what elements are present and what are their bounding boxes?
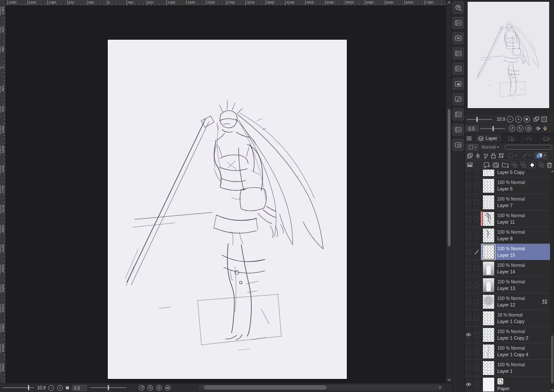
toggle-slot[interactable]	[466, 216, 471, 221]
toggle-slot[interactable]	[466, 266, 471, 271]
transfer-to-lower-icon[interactable]	[511, 162, 518, 168]
delete-layer-icon[interactable]	[547, 162, 552, 168]
toggle-slot[interactable]	[474, 365, 479, 370]
edit-indicator-cell[interactable]	[472, 177, 481, 194]
scroll-right-icon[interactable]	[439, 386, 441, 389]
canvas-vertical-scrollbar[interactable]	[446, 0, 452, 383]
reference-layer-icon[interactable]	[475, 153, 481, 159]
toggle-slot[interactable]	[474, 382, 479, 387]
edit-indicator-cell[interactable]	[472, 211, 481, 227]
fit-window-icon[interactable]	[541, 116, 547, 122]
edit-indicator-cell[interactable]	[472, 277, 481, 293]
toggle-slot[interactable]	[474, 200, 479, 205]
layer-row-main[interactable]: 100 % NormalLayer 15	[481, 244, 554, 260]
toggle-slot[interactable]	[474, 183, 479, 188]
layer-color-dropdown[interactable]: ▾	[534, 152, 547, 159]
scroll-down-icon[interactable]	[447, 378, 451, 381]
toggle-slot[interactable]	[466, 249, 471, 254]
toggle-slot[interactable]	[466, 283, 471, 287]
ruler-dropdown[interactable]: ▾	[520, 152, 532, 159]
layer-row-main[interactable]: 100 % NormalLayer 1 Copy 2	[481, 327, 554, 343]
rotate-ccw-icon[interactable]: ↺	[139, 385, 144, 391]
layer-row[interactable]: 100 % NormalLayer 1 Copy 2	[465, 327, 554, 343]
toggle-slot[interactable]	[474, 216, 479, 221]
eye-icon[interactable]	[465, 382, 472, 386]
visibility-cell[interactable]	[465, 327, 472, 343]
layer-thumbnail[interactable]	[483, 170, 494, 176]
layer-thumbnail[interactable]	[483, 278, 494, 292]
grid-panel-icon[interactable]	[452, 124, 464, 136]
visibility-cell[interactable]	[465, 293, 472, 310]
layer-row-main[interactable]: 100 % NormalLayer 5 Copy	[481, 170, 554, 177]
zoom-out-icon[interactable]: −	[48, 385, 54, 391]
merge-with-lower-icon[interactable]	[520, 162, 527, 168]
layer-row-main[interactable]: 100 % NormalLayer 14	[481, 260, 554, 276]
tab-layer-property[interactable]	[520, 135, 537, 143]
edit-indicator-cell[interactable]	[472, 293, 481, 310]
tab-animation[interactable]	[538, 135, 554, 143]
rotation-slider[interactable]	[90, 385, 127, 390]
layer-thumbnail[interactable]	[483, 195, 494, 209]
hscroll-thumb[interactable]	[204, 385, 327, 390]
edit-panel-icon[interactable]	[452, 93, 464, 105]
edit-indicator-cell[interactable]	[472, 360, 481, 376]
reset-rotation-icon[interactable]	[156, 385, 162, 391]
layer-thumbnail[interactable]	[483, 212, 494, 226]
layer-row[interactable]: 100 % NormalLayer 5 Copy	[465, 170, 554, 177]
layer-list-scrollbar[interactable]	[550, 170, 554, 392]
scroll-up-icon[interactable]	[447, 1, 451, 4]
flip-vertical-icon[interactable]	[543, 126, 547, 131]
rotate-ccw-icon[interactable]: ↺	[509, 125, 515, 132]
toggle-slot[interactable]	[474, 266, 479, 271]
toggle-slot[interactable]	[466, 200, 471, 205]
grid-panel-icon[interactable]	[452, 48, 464, 59]
magnifier-panel-icon[interactable]	[452, 2, 464, 14]
toggle-slot[interactable]	[474, 283, 479, 287]
toggle-slot[interactable]	[466, 170, 471, 171]
draft-layer-icon[interactable]	[483, 153, 489, 159]
toggle-slot[interactable]	[466, 349, 471, 354]
toggle-slot[interactable]	[474, 349, 479, 354]
eye-icon[interactable]	[465, 333, 472, 337]
layer-row[interactable]: 100 % NormalLayer 7	[465, 194, 554, 211]
edit-indicator-cell[interactable]	[472, 244, 481, 260]
layer-thumbnail[interactable]	[483, 344, 494, 358]
toggle-slot[interactable]	[466, 365, 471, 370]
selection-dropdown[interactable]: ▾	[506, 152, 518, 159]
layer-row[interactable]: 100 % NormalLayer 1	[465, 360, 554, 376]
scroll-up-icon[interactable]	[551, 170, 554, 173]
layer-row-main[interactable]: 18 % NormalLayer 1 Copy	[481, 310, 554, 326]
visibility-cell[interactable]	[465, 244, 472, 260]
fit-to-screen-icon[interactable]	[66, 386, 69, 389]
visibility-cell[interactable]	[465, 177, 472, 194]
toggle-slot[interactable]	[474, 170, 479, 171]
edit-indicator-cell[interactable]	[472, 310, 481, 326]
layer-row[interactable]: 100 % NormalLayer 5	[465, 177, 554, 194]
layer-row[interactable]: 100 % NormalLayer 8	[465, 227, 554, 244]
layer-row[interactable]: 100 % NormalLayer 15	[465, 244, 554, 260]
clip-at-layer-icon[interactable]	[467, 153, 473, 159]
toggle-slot[interactable]	[474, 299, 479, 304]
layer-row-main[interactable]: 100 % NormalLayer 13	[481, 277, 554, 293]
toggle-slot[interactable]	[466, 316, 471, 320]
toggle-slot[interactable]	[474, 233, 479, 238]
toggle-slot[interactable]	[466, 183, 471, 188]
grid-panel-icon[interactable]	[452, 63, 464, 75]
blend-mode-dropdown[interactable]: Normal▾	[480, 144, 500, 150]
grid-panel-icon[interactable]	[452, 17, 464, 29]
close-panel-icon[interactable]	[452, 32, 464, 44]
layer-row-main[interactable]: 100 % NormalLayer 5	[481, 177, 554, 194]
visibility-cell[interactable]	[465, 277, 472, 293]
toggle-slot[interactable]	[474, 332, 479, 337]
layer-thumbnail[interactable]	[483, 228, 494, 242]
visibility-cell[interactable]	[465, 170, 472, 177]
canvas-viewport[interactable]	[6, 6, 446, 383]
layer-row-main[interactable]: 100 % NormalLayer 12	[481, 293, 554, 310]
visibility-cell[interactable]	[465, 260, 472, 276]
zoom-out-icon[interactable]: −	[507, 116, 513, 123]
layer-row[interactable]: 100 % NormalLayer 13	[465, 277, 554, 293]
toggle-slot[interactable]	[474, 316, 479, 320]
edit-indicator-cell[interactable]	[472, 227, 481, 243]
edit-indicator-cell[interactable]	[472, 194, 481, 210]
visibility-cell[interactable]	[465, 194, 472, 210]
